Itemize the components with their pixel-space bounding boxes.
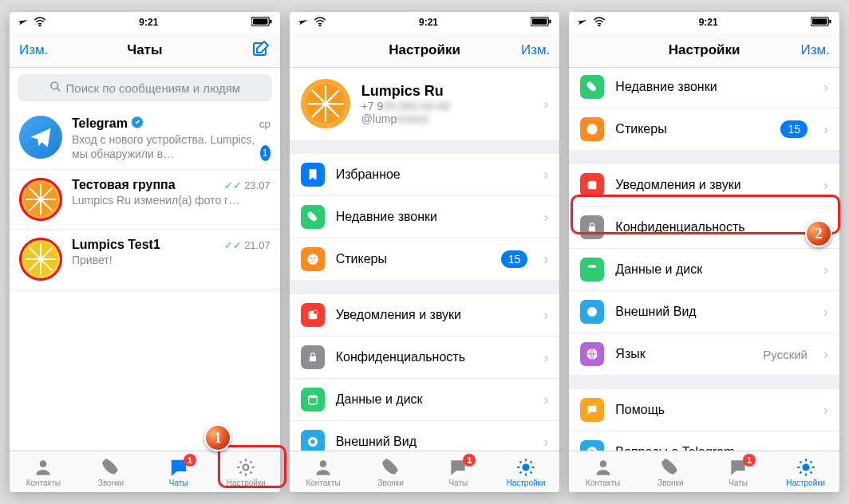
svg-rect-44 <box>589 226 595 231</box>
tab-settings[interactable]: Настройки <box>492 451 560 492</box>
edit-button[interactable]: Изм. <box>521 42 550 58</box>
svg-point-33 <box>308 395 317 398</box>
status-bar: 9:21 <box>569 12 839 33</box>
svg-point-42 <box>587 124 598 134</box>
chat-row[interactable]: Тестовая группа ✓✓23.07 Lumpics Ru измен… <box>10 170 280 230</box>
tab-settings[interactable]: Настройки <box>212 451 280 492</box>
battery-icon <box>251 17 272 29</box>
battery-icon <box>531 17 551 29</box>
read-checks-icon: ✓✓ <box>224 239 242 251</box>
chevron-right-icon: › <box>543 96 548 112</box>
row-stickers[interactable]: Стикеры 15 › <box>290 238 560 280</box>
profile-name: Lumpics Ru <box>361 83 533 100</box>
row-label: Помощь <box>615 403 812 417</box>
bookmark-icon <box>301 163 325 187</box>
chevron-right-icon: › <box>823 262 828 278</box>
tab-chats[interactable]: 1 Чаты <box>144 451 212 492</box>
chevron-right-icon: › <box>823 402 828 419</box>
tab-label: Настройки <box>227 478 266 487</box>
row-data[interactable]: Данные и диск › <box>569 249 839 291</box>
row-label: Внешний Вид <box>336 435 533 449</box>
tab-label: Контакты <box>26 478 61 487</box>
row-recent-calls[interactable]: Недавние звонки › <box>290 196 560 238</box>
profile-row[interactable]: Lumpics Ru +7 900 000-00-00 @lumpicstest… <box>290 68 560 140</box>
phone-chats: 9:21 Изм. Чаты Поиск по сообщениям и люд… <box>10 12 280 492</box>
nav-header: Изм. Чаты <box>10 33 280 68</box>
battery-icon <box>811 17 831 29</box>
row-privacy[interactable]: Конфиденциальность › <box>290 337 560 379</box>
row-notifications[interactable]: Уведомления и звуки › <box>569 164 839 207</box>
svg-point-0 <box>39 25 41 26</box>
edit-button[interactable]: Изм. <box>801 42 830 58</box>
phone-icon <box>301 205 325 229</box>
lock-icon <box>301 345 325 369</box>
chevron-right-icon: › <box>823 121 828 138</box>
chat-row[interactable]: Lumpics Test1 ✓✓21.07 Привет! <box>10 230 280 289</box>
avatar <box>301 79 350 128</box>
tab-label: Звонки <box>657 478 683 487</box>
faq-icon: ? <box>580 440 604 451</box>
row-appearance[interactable]: Внешний Вид › <box>290 421 560 451</box>
tab-label: Звонки <box>98 478 124 487</box>
tab-calls[interactable]: Звонки <box>77 451 145 492</box>
phone-settings-scrolled: 9:21 Настройки Изм. Недавние звонки › Ст… <box>569 12 839 492</box>
row-recent-calls[interactable]: Недавние звонки › <box>569 68 839 108</box>
stickers-badge: 15 <box>780 120 808 138</box>
row-notifications[interactable]: Уведомления и звуки › <box>290 294 560 337</box>
row-privacy[interactable]: Конфиденциальность › <box>569 207 839 249</box>
status-time: 9:21 <box>139 17 158 28</box>
language-icon <box>580 342 604 366</box>
tab-contacts[interactable]: Контакты <box>10 451 77 492</box>
tab-label: Настройки <box>786 478 825 487</box>
tab-calls[interactable]: Звонки <box>637 451 705 492</box>
avatar <box>19 178 62 221</box>
row-data[interactable]: Данные и диск › <box>290 379 560 421</box>
stickers-badge: 15 <box>501 250 528 268</box>
row-label: Данные и диск <box>336 392 533 407</box>
help-icon <box>580 398 604 422</box>
nav-header: Настройки Изм. <box>569 33 839 68</box>
row-label: Избранное <box>336 167 533 182</box>
tab-contacts[interactable]: Контакты <box>569 451 637 492</box>
search-input[interactable]: Поиск по сообщениям и людям <box>18 74 272 101</box>
chevron-right-icon: › <box>543 307 548 324</box>
tab-label: Чаты <box>448 478 468 487</box>
svg-rect-40 <box>812 18 827 24</box>
svg-point-51 <box>803 464 808 470</box>
svg-rect-41 <box>829 19 831 23</box>
phone-settings-top: 9:21 Настройки Изм. Lumpics Ru +7 900 00… <box>290 12 560 492</box>
search-icon <box>49 81 61 95</box>
svg-point-17 <box>243 464 249 470</box>
svg-point-35 <box>310 439 314 443</box>
edit-button[interactable]: Изм. <box>19 42 48 58</box>
tab-contacts[interactable]: Контакты <box>290 451 357 492</box>
data-icon <box>580 258 604 282</box>
row-faq[interactable]: ? Вопросы о Telegram › <box>569 431 839 451</box>
svg-point-16 <box>40 460 47 467</box>
wifi-icon <box>34 17 46 29</box>
tab-label: Настройки <box>507 478 546 487</box>
row-appearance[interactable]: Внешний Вид › <box>569 291 839 333</box>
appearance-icon <box>580 300 604 324</box>
data-icon <box>301 388 325 411</box>
row-label: Уведомления и звуки <box>336 308 533 322</box>
row-favorites[interactable]: Избранное › <box>290 154 560 196</box>
chevron-right-icon: › <box>823 177 828 194</box>
tab-chats[interactable]: 1Чаты <box>424 451 492 492</box>
tab-settings[interactable]: Настройки <box>772 451 839 492</box>
header-title: Чаты <box>10 42 280 58</box>
compose-icon[interactable] <box>251 39 270 61</box>
status-time: 9:21 <box>699 17 718 28</box>
row-stickers[interactable]: Стикеры 15 › <box>569 108 839 150</box>
row-label: Стикеры <box>615 122 769 136</box>
tab-chats[interactable]: 1Чаты <box>705 451 772 492</box>
svg-point-38 <box>598 25 600 26</box>
chevron-right-icon: › <box>543 392 548 408</box>
chevron-right-icon: › <box>823 444 828 451</box>
tab-label: Чаты <box>169 478 188 487</box>
chat-row[interactable]: Telegram ср Вход с нового устройства. Lu… <box>10 108 280 170</box>
row-language[interactable]: Язык Русский › <box>569 333 839 375</box>
nav-header: Настройки Изм. <box>290 33 560 68</box>
tab-calls[interactable]: Звонки <box>357 451 424 492</box>
row-help[interactable]: Помощь › <box>569 389 839 431</box>
